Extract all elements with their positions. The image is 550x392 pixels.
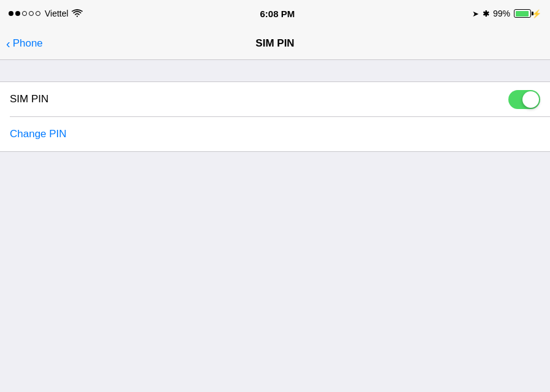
- signal-dot-3: [22, 11, 27, 16]
- bottom-area: [0, 152, 550, 392]
- change-pin-label[interactable]: Change PIN: [10, 128, 67, 140]
- battery-percent: 99%: [493, 9, 510, 18]
- signal-dot-2: [15, 11, 20, 16]
- carrier-label: Viettel: [45, 9, 69, 18]
- location-icon: ➤: [472, 9, 479, 18]
- navigation-bar: ‹ Phone SIM PIN: [0, 27, 550, 60]
- settings-group: SIM PIN Change PIN: [0, 81, 550, 152]
- status-bar: Viettel 6:08 PM ➤ ✱ 99% ⚡: [0, 0, 550, 27]
- back-chevron-icon: ‹: [6, 37, 10, 50]
- toggle-knob: [522, 91, 539, 108]
- battery-fill: [516, 11, 529, 17]
- status-right: ➤ ✱ 99% ⚡: [472, 9, 541, 18]
- signal-dots: [9, 11, 40, 16]
- status-time: 6:08 PM: [260, 9, 295, 19]
- signal-dot-1: [9, 11, 13, 16]
- top-spacer: [0, 60, 550, 81]
- back-button[interactable]: ‹ Phone: [6, 37, 43, 50]
- sim-pin-toggle[interactable]: [508, 90, 540, 109]
- page-title: SIM PIN: [255, 37, 294, 50]
- wifi-icon: [72, 9, 83, 18]
- battery-icon: [514, 9, 531, 18]
- battery-container: ⚡: [514, 9, 541, 18]
- sim-pin-label: SIM PIN: [10, 93, 48, 105]
- back-label: Phone: [13, 37, 43, 50]
- signal-dot-5: [36, 11, 40, 16]
- signal-dot-4: [29, 11, 34, 16]
- sim-pin-row: SIM PIN: [0, 82, 550, 116]
- bluetooth-icon: ✱: [483, 9, 489, 18]
- status-left: Viettel: [9, 9, 83, 18]
- change-pin-row[interactable]: Change PIN: [0, 117, 550, 151]
